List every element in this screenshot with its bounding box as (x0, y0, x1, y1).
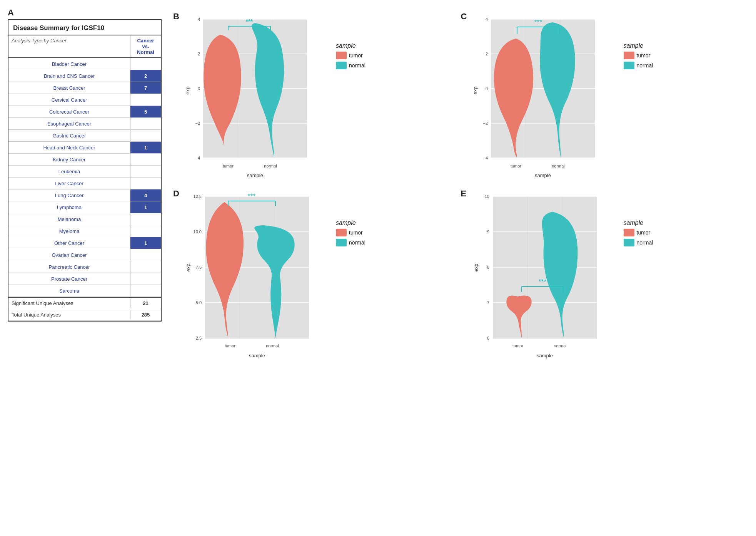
legend-title-b: sample (336, 42, 365, 49)
svg-text:−4: −4 (195, 156, 200, 160)
legend-item-normal-e: normal (624, 239, 653, 246)
svg-text:2: 2 (198, 52, 200, 56)
cvn-cell (130, 285, 161, 296)
panel-b-label: B (173, 12, 179, 22)
svg-text:normal: normal (266, 343, 279, 348)
cancer-name: Liver Cancer (8, 179, 130, 188)
svg-text:exp: exp (185, 87, 190, 95)
cancer-col-header: Analysis Type by Cancer (8, 35, 130, 57)
violin-chart-c: *** 4 2 0 −2 −4 exp tumor normal sample (472, 15, 618, 181)
legend-item-tumor-b: tumor (336, 52, 365, 59)
legend-label-tumor-c: tumor (637, 52, 651, 59)
legend-color-tumor-e (624, 229, 634, 236)
table-row: Head and Neck Cancer1 (8, 142, 161, 154)
svg-text:5.0: 5.0 (196, 300, 202, 305)
svg-text:exp: exp (185, 264, 191, 272)
table-row: Other Cancer1 (8, 237, 161, 249)
svg-text:−2: −2 (483, 121, 488, 126)
table-row: Sarcoma (8, 285, 161, 297)
svg-text:0: 0 (485, 86, 487, 91)
svg-text:4: 4 (198, 17, 200, 22)
legend-color-tumor-d (336, 229, 347, 236)
table-row: Myeloma (8, 225, 161, 237)
svg-text:6: 6 (487, 336, 489, 340)
svg-text:tumor: tumor (223, 164, 234, 168)
svg-text:10.0: 10.0 (194, 229, 202, 234)
svg-text:normal: normal (552, 164, 565, 168)
summary-footer: Significant Unique Analyses 21 Total Uni… (8, 297, 161, 321)
legend-item-normal-c: normal (624, 62, 653, 69)
footer-label-total: Total Unique Analyses (8, 310, 130, 319)
panel-d: D (173, 189, 461, 362)
cancer-name: Melanoma (8, 215, 130, 224)
legend-item-normal-b: normal (336, 62, 365, 69)
svg-text:9: 9 (487, 229, 489, 234)
cancer-rows: Bladder CancerBrain and CNS Cancer2Breas… (8, 58, 161, 297)
svg-text:−4: −4 (483, 156, 488, 160)
legend-title-d: sample (336, 219, 365, 226)
footer-label-significant: Significant Unique Analyses (8, 299, 130, 308)
panel-b: B (173, 12, 461, 181)
footer-value-significant: 21 (130, 299, 161, 308)
svg-text:10: 10 (484, 194, 489, 199)
table-row: Ovarian Cancer (8, 249, 161, 261)
cvn-cell: 1 (130, 237, 161, 249)
cancer-name: Head and Neck Cancer (8, 143, 130, 152)
table-row: Lung Cancer4 (8, 189, 161, 201)
cancer-name: Prostate Cancer (8, 275, 130, 283)
cvn-cell (130, 178, 161, 189)
cancer-name: Ovarian Cancer (8, 251, 130, 260)
cvn-cell: 4 (130, 189, 161, 201)
table-row: Liver Cancer (8, 178, 161, 189)
footer-row-significant: Significant Unique Analyses 21 (8, 298, 161, 309)
legend-label-normal-c: normal (637, 62, 653, 69)
cvn-cell (130, 213, 161, 225)
legend-item-normal-d: normal (336, 239, 365, 246)
cvn-cell: 5 (130, 106, 161, 117)
panel-a-label: A (8, 8, 14, 18)
svg-text:4: 4 (485, 17, 487, 22)
violin-chart-b: *** 4 2 0 −2 −4 exp tumor normal sample (184, 15, 330, 181)
svg-text:sample: sample (249, 353, 265, 358)
cancer-name: Cervical Cancer (8, 95, 130, 104)
cvn-cell (130, 225, 161, 237)
legend-c: sample tumor normal (624, 42, 653, 72)
cvn-cell (130, 154, 161, 165)
cancer-name: Myeloma (8, 227, 130, 236)
cancer-name: Kidney Cancer (8, 155, 130, 164)
cancer-name: Sarcoma (8, 286, 130, 295)
legend-label-tumor-e: tumor (637, 229, 651, 236)
svg-text:***: *** (534, 18, 542, 26)
legend-item-tumor-e: tumor (624, 229, 653, 236)
violin-panels: B (169, 8, 748, 362)
panel-e: E (461, 189, 749, 362)
table-row: Gastric Cancer (8, 130, 161, 142)
cvn-cell (130, 118, 161, 129)
legend-color-normal-b (336, 62, 347, 69)
disease-summary-title: Disease Summary for IGSF10 (8, 20, 161, 35)
svg-text:tumor: tumor (512, 343, 523, 348)
cancer-name: Breast Cancer (8, 84, 130, 92)
cvn-cell: 7 (130, 82, 161, 94)
cancer-name: Colorectal Cancer (8, 107, 130, 116)
legend-color-normal-d (336, 239, 347, 246)
cvn-cell (130, 273, 161, 285)
legend-label-normal-d: normal (349, 240, 365, 246)
cvn-cell (130, 249, 161, 261)
table-row: Cervical Cancer (8, 94, 161, 106)
legend-color-tumor-b (336, 52, 347, 59)
violin-chart-d: *** 12.5 10.0 7.5 5.0 2.5 exp tumor norm… (184, 193, 330, 362)
legend-label-normal-b: normal (349, 62, 365, 69)
svg-text:***: *** (246, 18, 253, 25)
table-row: Colorectal Cancer5 (8, 106, 161, 118)
main-container: A Disease Summary for IGSF10 Analysis Ty… (8, 8, 748, 362)
svg-text:−2: −2 (195, 121, 200, 126)
svg-text:2: 2 (485, 52, 487, 56)
table-row: Pancreatic Cancer (8, 261, 161, 273)
svg-text:exp: exp (472, 87, 478, 95)
table-header-row: Analysis Type by Cancer Cancervs.Normal (8, 35, 161, 58)
cvn-cell (130, 261, 161, 273)
cvn-cell (130, 94, 161, 106)
legend-e: sample tumor normal (624, 219, 653, 249)
cvn-cell: 2 (130, 70, 161, 82)
